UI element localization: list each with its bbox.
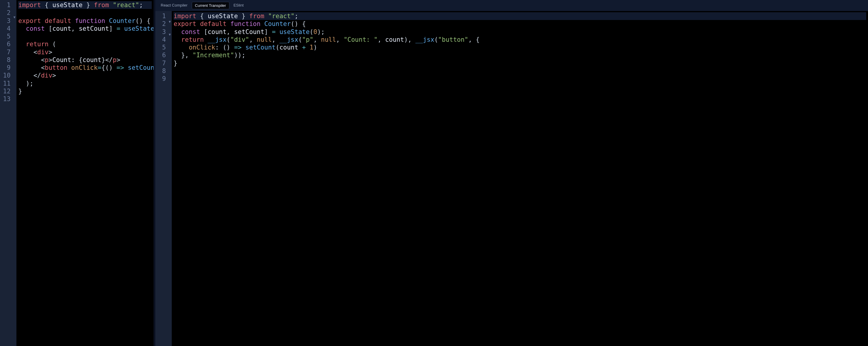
code-line[interactable]: export default function Counter() {: [18, 17, 152, 25]
right-code-area[interactable]: import { useState } from "react";export …: [172, 11, 868, 346]
fold-toggle-icon[interactable]: ▾: [12, 14, 17, 20]
code-line[interactable]: [174, 75, 866, 82]
code-line[interactable]: <p>Count: {count}</p>: [18, 56, 152, 64]
code-line[interactable]: [18, 95, 152, 103]
left-code-area[interactable]: import { useState } from "react";export …: [17, 0, 154, 346]
code-line[interactable]: </div>: [18, 72, 152, 79]
left-pane: 1 2 3 4 5 6 7 8 9 10 11 12 13 ▾ import {…: [0, 0, 155, 346]
code-line[interactable]: const [count, setCount] = useState(0);: [174, 28, 866, 36]
tab-react-compiler[interactable]: React Compiler: [158, 2, 191, 9]
code-line[interactable]: [18, 9, 152, 17]
right-editor[interactable]: 1 2 3 4 5 6 7 8 9 ▾▾ import { useState }…: [155, 11, 868, 346]
left-gutter: 1 2 3 4 5 6 7 8 9 10 11 12 13: [0, 0, 12, 346]
code-line[interactable]: return (: [18, 40, 152, 48]
code-line[interactable]: export default function Counter() {: [174, 20, 866, 28]
right-pane: React CompilerCurrent TranspilerESlint 1…: [155, 0, 868, 346]
fold-toggle-icon[interactable]: ▾: [167, 31, 172, 38]
left-fold-gutter[interactable]: ▾: [12, 0, 17, 346]
code-line[interactable]: return __jsx("div", null, __jsx("p", nul…: [174, 36, 866, 43]
code-line[interactable]: import { useState } from "react";: [174, 12, 866, 20]
app-root: 1 2 3 4 5 6 7 8 9 10 11 12 13 ▾ import {…: [0, 0, 868, 346]
fold-toggle-icon[interactable]: ▾: [167, 19, 172, 25]
left-editor[interactable]: 1 2 3 4 5 6 7 8 9 10 11 12 13 ▾ import {…: [0, 0, 154, 346]
right-gutter: 1 2 3 4 5 6 7 8 9: [155, 11, 167, 346]
code-line[interactable]: onClick: () => setCount(count + 1): [174, 43, 866, 51]
right-fold-gutter[interactable]: ▾▾: [167, 11, 172, 346]
code-line[interactable]: }: [18, 88, 152, 95]
code-line[interactable]: [174, 67, 866, 75]
tab-eslint[interactable]: ESlint: [230, 2, 247, 9]
code-line[interactable]: }, "Increment"));: [174, 51, 866, 59]
code-line[interactable]: );: [18, 80, 152, 88]
output-tabs: React CompilerCurrent TranspilerESlint: [155, 0, 868, 11]
code-line[interactable]: <button onClick={() => setCount(count: [18, 64, 152, 72]
code-line[interactable]: }: [174, 59, 866, 67]
code-line[interactable]: import { useState } from "react";: [18, 1, 152, 9]
code-line[interactable]: <div>: [18, 48, 152, 56]
code-line[interactable]: const [count, setCount] = useState(0);: [18, 25, 152, 33]
tab-current-transpiler[interactable]: Current Transpiler: [192, 2, 229, 9]
code-line[interactable]: [18, 33, 152, 40]
